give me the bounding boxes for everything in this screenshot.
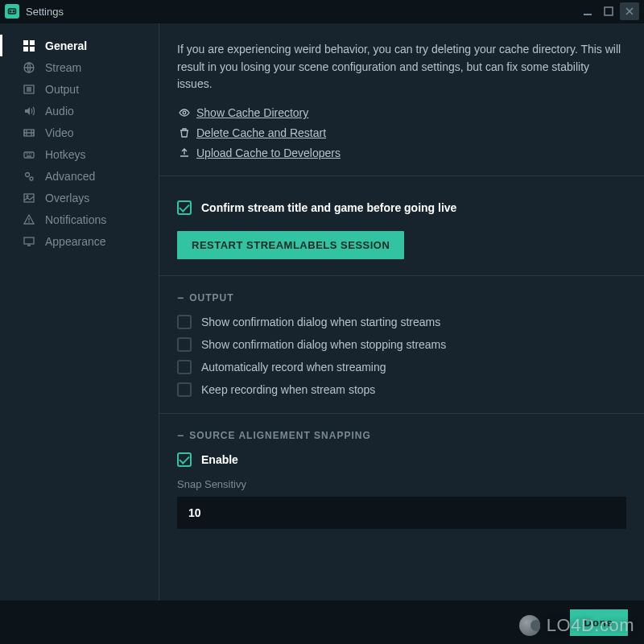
svg-point-20	[183, 111, 186, 114]
snap-sensitivity-label: Snap Sensitivy	[177, 478, 626, 490]
sidebar-item-audio[interactable]: Audio	[0, 100, 159, 122]
snapping-enable-label: Enable	[201, 453, 238, 466]
minimize-button[interactable]	[578, 2, 597, 20]
svg-point-14	[30, 177, 33, 180]
svg-point-13	[26, 172, 30, 176]
audio-icon	[23, 105, 35, 117]
upload-icon	[177, 147, 192, 159]
svg-rect-6	[30, 40, 35, 45]
image-icon	[23, 192, 35, 204]
output-option-label: Keep recording when stream stops	[201, 383, 375, 396]
output-keep-recording-checkbox[interactable]	[177, 382, 192, 397]
sidebar-item-label: Appearance	[45, 235, 106, 248]
svg-rect-19	[24, 237, 34, 244]
svg-point-2	[13, 10, 14, 12]
svg-rect-4	[605, 7, 613, 15]
sidebar-item-hotkeys[interactable]: Hotkeys	[0, 143, 159, 165]
restart-streamlabels-button[interactable]: Restart Streamlabels Session	[177, 231, 404, 259]
footer: Done	[0, 601, 644, 644]
minus-icon: −	[177, 430, 184, 441]
trash-icon	[177, 127, 192, 138]
titlebar: Settings	[0, 0, 644, 23]
svg-point-16	[27, 196, 28, 197]
sidebar-item-label: Audio	[45, 105, 74, 118]
output-option-label: Show confirmation dialog when starting s…	[201, 316, 440, 328]
sidebar-item-label: General	[45, 39, 87, 52]
sidebar-item-label: Hotkeys	[45, 148, 86, 161]
output-option-label: Automatically record when streaming	[201, 361, 386, 374]
sidebar-item-label: Notifications	[45, 213, 106, 226]
output-stop-confirm-checkbox[interactable]	[177, 337, 192, 352]
minus-icon: −	[177, 292, 184, 303]
snapping-enable-row: Enable	[177, 452, 626, 467]
snapping-enable-checkbox[interactable]	[177, 452, 192, 467]
snap-sensitivity-input[interactable]	[177, 497, 626, 529]
output-start-confirm-checkbox[interactable]	[177, 315, 192, 329]
gears-icon	[23, 171, 35, 182]
upload-cache-link-row: Upload Cache to Developers	[177, 147, 626, 159]
svg-rect-7	[23, 47, 28, 52]
output-autorecord-checkbox[interactable]	[177, 360, 192, 374]
keyboard-icon	[23, 149, 35, 160]
window-title: Settings	[26, 6, 64, 18]
output-option-label: Show confirmation dialog when stopping s…	[201, 338, 446, 351]
confirm-stream-checkbox[interactable]	[177, 200, 192, 215]
output-section-header[interactable]: − Output	[177, 292, 626, 303]
delete-cache-link[interactable]: Delete Cache and Restart	[196, 126, 326, 139]
sidebar-item-advanced[interactable]: Advanced	[0, 165, 159, 187]
sidebar-item-label: Stream	[45, 61, 81, 74]
snapping-section-title: Source Alignement Snapping	[189, 430, 371, 441]
delete-cache-link-row: Delete Cache and Restart	[177, 126, 626, 139]
snapping-section-header[interactable]: − Source Alignement Snapping	[177, 430, 626, 441]
sidebar-item-appearance[interactable]: Appearance	[0, 230, 159, 252]
sidebar-item-general[interactable]: General	[0, 35, 159, 56]
confirm-stream-row: Confirm stream title and game before goi…	[177, 200, 626, 215]
show-cache-link[interactable]: Show Cache Directory	[196, 106, 308, 119]
sidebar-item-notifications[interactable]: Notifications	[0, 208, 159, 230]
svg-point-1	[10, 10, 11, 12]
output-section-title: Output	[189, 292, 233, 303]
done-button[interactable]: Done	[570, 609, 629, 636]
cache-info-text: If you are experiencing weird behavior, …	[177, 41, 626, 93]
sidebar-item-label: Advanced	[45, 170, 95, 183]
output-option-row: Show confirmation dialog when starting s…	[177, 315, 626, 329]
grid-icon	[23, 40, 35, 52]
sidebar-item-video[interactable]: Video	[0, 122, 159, 143]
content-pane[interactable]: If you are experiencing weird behavior, …	[159, 23, 644, 601]
close-button[interactable]	[620, 2, 639, 20]
svg-rect-8	[30, 47, 35, 52]
sidebar-item-output[interactable]: Output	[0, 78, 159, 100]
show-cache-link-row: Show Cache Directory	[177, 106, 626, 119]
sidebar-item-stream[interactable]: Stream	[0, 56, 159, 78]
video-icon	[23, 127, 35, 138]
sidebar-item-overlays[interactable]: Overlays	[0, 187, 159, 208]
output-option-row: Show confirmation dialog when stopping s…	[177, 337, 626, 352]
svg-rect-5	[23, 40, 28, 45]
svg-rect-3	[584, 14, 592, 15]
eye-icon	[177, 107, 192, 118]
warning-icon	[23, 214, 35, 225]
app-icon	[5, 4, 19, 19]
sidebar-item-label: Output	[45, 83, 79, 96]
sidebar: General Stream Output Audio Video Hotkey…	[0, 23, 159, 601]
upload-cache-link[interactable]: Upload Cache to Developers	[196, 147, 341, 159]
globe-icon	[23, 62, 35, 73]
sidebar-item-label: Overlays	[45, 192, 89, 204]
output-option-row: Automatically record when streaming	[177, 360, 626, 374]
output-option-row: Keep recording when stream stops	[177, 382, 626, 397]
svg-rect-12	[24, 152, 34, 158]
output-icon	[23, 84, 35, 95]
monitor-icon	[23, 236, 35, 247]
confirm-stream-label: Confirm stream title and game before goi…	[201, 201, 456, 214]
svg-rect-18	[28, 221, 29, 222]
maximize-button[interactable]	[599, 2, 618, 20]
svg-rect-17	[28, 218, 29, 221]
sidebar-item-label: Video	[45, 126, 74, 139]
